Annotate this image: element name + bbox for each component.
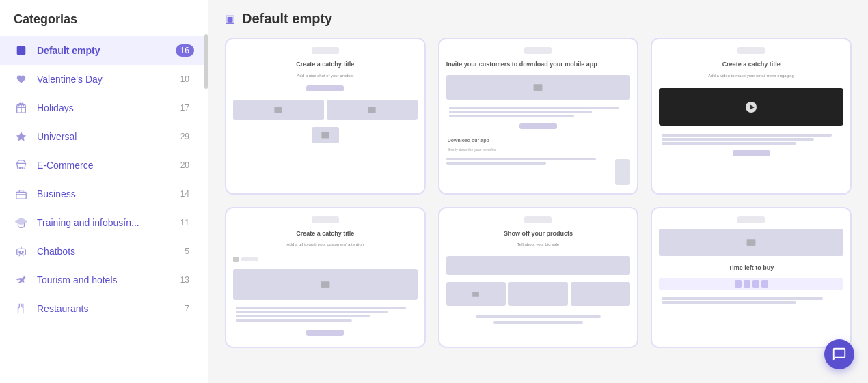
briefcase-icon (14, 186, 29, 201)
preview-line (662, 134, 832, 137)
preview-section-label: Download our app (448, 138, 629, 143)
preview-section-sub: Briefly describe your benefits (448, 147, 629, 152)
sidebar-item-label: Universal (37, 131, 167, 142)
preview-logo (312, 47, 339, 54)
preview-logo (312, 216, 339, 223)
preview-line (662, 138, 813, 141)
countdown-block-4 (761, 280, 768, 288)
sidebar-item-chatbots[interactable]: Chatbots 5 (0, 237, 208, 266)
svg-point-20 (323, 283, 325, 285)
preview-logo (524, 47, 552, 54)
preview-phone-row (446, 158, 631, 185)
main-header-title: Default empty (242, 11, 332, 27)
template-card-1[interactable]: Create a catchy title Add a nice shot of… (225, 38, 426, 195)
star-icon (14, 129, 29, 144)
preview-subtitle: Tell about your big sale (446, 242, 631, 248)
sidebar-item-restaurants[interactable]: Restaurants 7 (0, 294, 208, 323)
sidebar-badge: 29 (176, 130, 194, 143)
sidebar-item-holidays[interactable]: Holidays 17 (0, 94, 208, 122)
chat-button[interactable] (824, 339, 854, 369)
sidebar-title: Categorias (0, 0, 208, 36)
svg-point-10 (22, 251, 23, 253)
sidebar-item-label: Chatbots (37, 246, 172, 257)
template-card-5[interactable]: Show off your products Tell about your b… (438, 207, 639, 348)
template-card-3[interactable]: Create a catchy title Add a video to mak… (651, 38, 852, 195)
sidebar-badge: 10 (176, 73, 194, 85)
svg-rect-5 (16, 192, 26, 199)
preview-text-block (233, 305, 418, 323)
play-triangle (750, 104, 755, 110)
preview-title: Show off your products (446, 230, 631, 238)
svg-point-18 (535, 85, 537, 87)
sidebar-item-label: Restaurants (37, 303, 172, 314)
preview-line (446, 162, 546, 165)
preview-video (659, 88, 843, 126)
sidebar-item-universal[interactable]: Universal 29 (0, 122, 208, 151)
template-card-4[interactable]: Create a catchy title Add a gif to grab … (225, 207, 426, 348)
template-card-6[interactable]: Time left to buy (651, 207, 852, 348)
sidebar-item-tourism[interactable]: Tourism and hotels 13 (0, 266, 208, 294)
svg-point-16 (323, 134, 325, 136)
countdown-block-2 (744, 280, 750, 288)
fork-icon (14, 301, 29, 316)
sidebar-item-training[interactable]: Training and infobusín... 11 (0, 208, 208, 237)
preview-hero (659, 229, 843, 256)
sidebar-badge: 5 (180, 245, 194, 257)
preview-gif-area (233, 269, 418, 300)
preview-logo (524, 216, 552, 223)
play-button (746, 102, 757, 113)
preview-half-img-2 (327, 100, 418, 120)
svg-point-22 (474, 293, 475, 294)
sidebar-badge: 14 (176, 188, 194, 200)
preview-line (446, 158, 596, 160)
sidebar-item-business[interactable]: Business 14 (0, 180, 208, 208)
preview-title: Time left to buy (659, 264, 843, 272)
preview-line (476, 315, 601, 318)
plane-icon (14, 272, 29, 287)
gift-icon (14, 100, 29, 115)
svg-marker-7 (15, 218, 27, 225)
preview-title: Create a catchy title (233, 61, 418, 69)
preview-line (236, 319, 352, 322)
preview-title: Invite your customers to download your m… (446, 61, 631, 69)
sidebar-item-ecommerce[interactable]: E-Commerce 20 (0, 151, 208, 180)
svg-point-9 (19, 251, 21, 253)
sidebar-badge: 17 (176, 102, 194, 114)
preview-line (662, 297, 822, 300)
preview-line (449, 111, 592, 113)
svg-point-14 (370, 109, 372, 111)
preview-product-1 (446, 282, 506, 306)
sidebar: Categorias Default empty 16 Valentine's … (0, 0, 208, 383)
sidebar-badge: 7 (180, 302, 194, 315)
sidebar-item-default-empty[interactable]: Default empty 16 (0, 36, 208, 65)
sidebar-item-label: Tourism and hotels (37, 274, 167, 285)
svg-point-4 (22, 167, 23, 169)
sidebar-badge: 11 (176, 216, 194, 229)
countdown-block-1 (735, 280, 742, 288)
preview-text-block (446, 314, 631, 325)
template-card-2[interactable]: Invite your customers to download your m… (438, 38, 639, 195)
preview-line (236, 307, 406, 309)
preview-full-img (446, 75, 631, 100)
square-icon (14, 43, 29, 58)
preview-product-2 (508, 282, 568, 306)
preview-cta (306, 85, 344, 91)
preview-logo (737, 47, 765, 54)
preview-title: Create a catchy title (659, 61, 843, 69)
sidebar-scrollbar[interactable] (204, 34, 208, 89)
preview-line (236, 315, 370, 317)
sidebar-item-valentines[interactable]: Valentine's Day 10 (0, 65, 208, 94)
sidebar-item-label: E-Commerce (37, 160, 167, 171)
svg-marker-2 (16, 132, 26, 141)
sidebar-item-label: Training and infobusín... (37, 217, 167, 228)
svg-point-3 (19, 167, 21, 169)
svg-rect-0 (17, 46, 26, 55)
template-grid: Create a catchy title Add a nice shot of… (208, 35, 868, 383)
preview-text-block (659, 296, 843, 305)
main-content: ▣ Default empty Create a catchy title Ad… (208, 0, 868, 383)
main-header: ▣ Default empty (208, 0, 868, 35)
preview-small-thumb (233, 257, 239, 262)
sidebar-item-label: Default empty (37, 45, 167, 56)
sidebar-item-label: Holidays (37, 102, 167, 113)
preview-banner (446, 256, 631, 275)
